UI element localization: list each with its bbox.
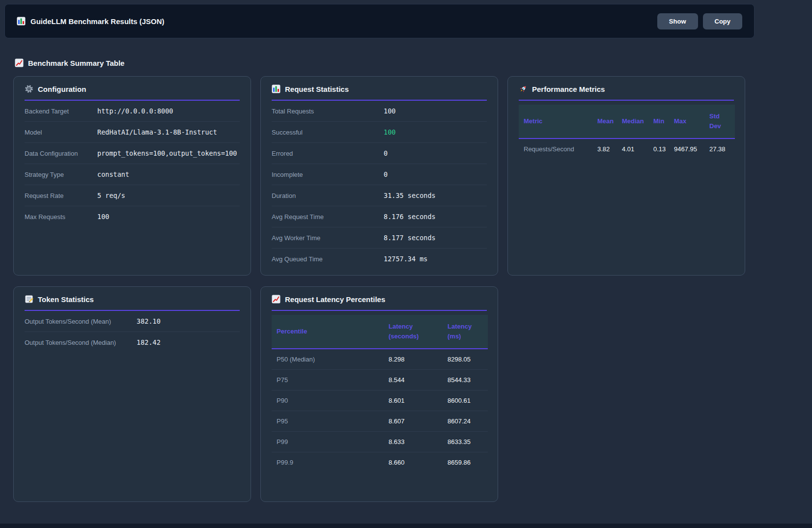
stat-label: Backend Target [25,108,97,115]
memo-icon [25,295,33,304]
stat-value: RedHatAI/Llama-3.1-8B-Instruct [97,128,217,136]
stat-label: Successful [272,129,384,136]
latency-seconds-cell: 8.633 [384,432,443,452]
bottom-strip [0,524,812,528]
stat-row-avg-worker-time: Avg Worker Time 8.177 seconds [272,227,487,249]
table-header-row: Percentile Latency (seconds) Latency (ms… [272,315,488,349]
latency-ms-cell: 8544.33 [443,370,488,390]
table-row-p95: P95 8.607 8607.24 [272,411,488,432]
stat-value: http://0.0.0.0:8000 [97,107,173,115]
column-header-mean: Mean [592,105,617,139]
column-header-latency-ms: Latency (ms) [443,315,488,349]
column-header-latency-seconds: Latency (seconds) [384,315,443,349]
cards-grid: Configuration Backend Target http://0.0.… [13,76,745,502]
configuration-card-header: Configuration [25,84,240,101]
request-statistics-card-header: Request Statistics [272,84,487,101]
token-statistics-card-header: Token Statistics [25,295,240,311]
table-row-requests-per-second: Requests/Second 3.82 4.01 0.13 9467.95 2… [519,139,735,159]
median-cell: 4.01 [617,139,648,159]
table-header-row: Metric Mean Median Min Max Std Dev [519,105,735,139]
section-heading: Benchmark Summary Table [15,58,124,67]
table-row-p50: P50 (Median) 8.298 8298.05 [272,349,488,370]
table-row-p90: P90 8.601 8600.61 [272,390,488,411]
rocket-icon [519,84,528,93]
latency-ms-cell: 8600.61 [443,390,488,411]
stat-row-duration: Duration 31.35 seconds [272,185,487,206]
latency-percentiles-table: Percentile Latency (seconds) Latency (ms… [272,315,488,472]
column-header-std-dev: Std Dev [704,105,735,139]
bar-chart-icon [272,84,280,93]
page-title: GuideLLM Benchmark Results (JSON) [30,17,165,26]
percentile-cell: P75 [272,370,384,390]
latency-percentiles-card: Request Latency Percentiles Percentile L… [260,286,498,502]
empty-grid-cell [507,286,745,502]
stat-row-avg-queued-time: Avg Queued Time 12757.34 ms [272,249,487,269]
copy-button[interactable]: Copy [703,13,743,29]
stat-row-total-requests: Total Requests 100 [272,101,487,122]
card-title: Configuration [38,85,86,93]
stat-label: Model [25,129,97,136]
card-title: Token Statistics [38,295,94,304]
percentile-cell: P99 [272,432,384,452]
stat-value: 0 [384,170,388,178]
stat-row-strategy-type: Strategy Type constant [25,164,240,185]
stat-value: 182.42 [137,338,161,346]
column-header-metric: Metric [519,105,592,139]
latency-ms-cell: 8607.24 [443,411,488,432]
percentile-cell: P99.9 [272,452,384,473]
stat-value: 31.35 seconds [384,192,436,199]
stat-label: Output Tokens/Second (Mean) [25,318,137,325]
stat-row-max-requests: Max Requests 100 [25,206,240,227]
stat-row-avg-request-time: Avg Request Time 8.176 seconds [272,206,487,227]
show-button[interactable]: Show [657,13,698,29]
card-title: Request Latency Percentiles [285,295,385,304]
std-dev-cell: 27.38 [704,139,735,159]
stat-value: 8.176 seconds [384,213,436,221]
card-title: Request Statistics [285,85,349,93]
stat-label: Avg Queued Time [272,255,384,263]
latency-percentiles-card-header: Request Latency Percentiles [272,295,487,311]
stat-value: 100 [384,107,395,115]
configuration-card: Configuration Backend Target http://0.0.… [13,76,251,276]
stat-label: Avg Worker Time [272,234,384,242]
stat-value: constant [97,170,129,178]
bar-chart-icon [17,17,26,26]
column-header-median: Median [617,105,648,139]
performance-metrics-card-header: Performance Metrics [519,84,734,101]
mean-cell: 3.82 [592,139,617,159]
stat-value: 100 [97,213,109,221]
percentile-cell: P95 [272,411,384,432]
column-header-min: Min [648,105,669,139]
latency-seconds-cell: 8.601 [384,390,443,411]
latency-ms-cell: 8298.05 [443,349,488,370]
min-cell: 0.13 [648,139,669,159]
stat-label: Data Configuration [25,150,97,157]
section-title: Benchmark Summary Table [28,59,124,67]
latency-seconds-cell: 8.544 [384,370,443,390]
latency-ms-cell: 8659.86 [443,452,488,473]
stat-row-output-tokens-mean: Output Tokens/Second (Mean) 382.10 [25,311,240,332]
stat-row-backend-target: Backend Target http://0.0.0.0:8000 [25,101,240,122]
max-cell: 9467.95 [669,139,704,159]
performance-metrics-table: Metric Mean Median Min Max Std Dev Reque… [519,105,735,159]
stat-label: Max Requests [25,213,97,221]
stat-value: 12757.34 ms [384,255,427,263]
stat-label: Request Rate [25,192,97,199]
chart-increasing-icon [272,295,280,304]
stat-row-incomplete: Incomplete 0 [272,164,487,185]
table-row-p75: P75 8.544 8544.33 [272,370,488,390]
stat-row-successful: Successful 100 [272,122,487,143]
performance-metrics-card: Performance Metrics Metric Mean Median M… [507,76,745,276]
stat-row-errored: Errored 0 [272,143,487,164]
stat-value: 8.177 seconds [384,234,436,242]
percentile-cell: P50 (Median) [272,349,384,370]
stat-value-success: 100 [384,128,395,136]
card-title: Performance Metrics [532,85,605,93]
stat-label: Incomplete [272,171,384,178]
stat-label: Errored [272,150,384,157]
stat-value: 0 [384,149,388,157]
results-header-bar: GuideLLM Benchmark Results (JSON) Show C… [4,4,755,38]
stat-value: 382.10 [137,317,161,325]
request-statistics-card: Request Statistics Total Requests 100 Su… [260,76,498,276]
column-header-max: Max [669,105,704,139]
